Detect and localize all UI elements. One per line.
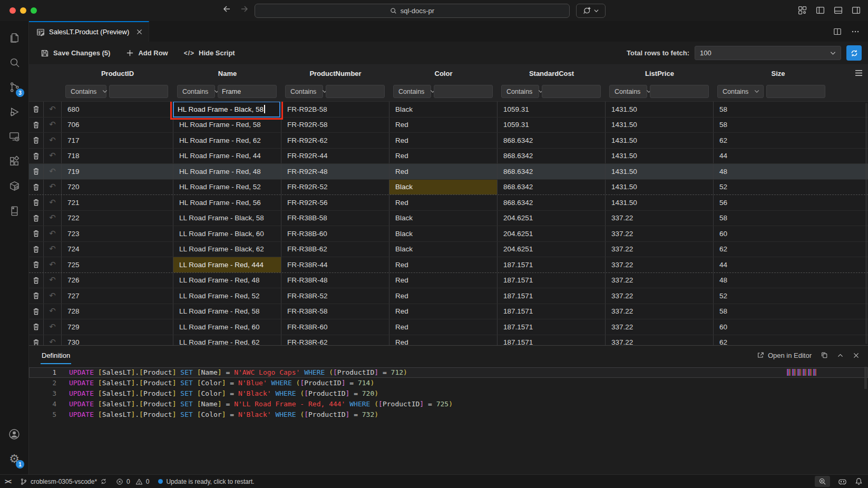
cell-id[interactable]: 727: [62, 288, 173, 304]
cell-price[interactable]: 337.22: [606, 257, 714, 272]
sql-code-editor[interactable]: 1UPDATE [SalesLT].[Product] SET [Name] =…: [29, 365, 868, 474]
explorer-icon[interactable]: [2, 25, 27, 50]
column-header-color[interactable]: Color: [389, 70, 498, 77]
command-center-search[interactable]: sql-docs-pr: [255, 4, 570, 18]
cell-id[interactable]: 720: [62, 180, 173, 195]
cell-price[interactable]: 337.22: [606, 335, 714, 346]
revert-row-button[interactable]: ↶: [44, 257, 62, 272]
cell-size[interactable]: 60: [714, 226, 868, 241]
cell-cost[interactable]: 868.6342: [498, 149, 606, 164]
revert-row-button[interactable]: ↶: [44, 133, 62, 148]
cell-id[interactable]: 719: [62, 164, 173, 179]
delete-row-button[interactable]: [29, 257, 44, 272]
cell-name[interactable]: LL Road Frame - Black, 62: [173, 242, 281, 257]
cell-name[interactable]: LL Road Frame - Black, 58: [173, 211, 281, 226]
split-editor-icon[interactable]: [833, 27, 842, 36]
delete-row-button[interactable]: [29, 149, 44, 164]
close-panel-icon[interactable]: [853, 352, 860, 359]
cell-id[interactable]: 725: [62, 257, 173, 272]
cell-name[interactable]: LL Road Frame - Red, 52: [173, 288, 281, 304]
open-in-editor-button[interactable]: Open in Editor: [757, 352, 812, 359]
copy-icon[interactable]: [821, 352, 828, 359]
cell-size[interactable]: 48: [714, 273, 868, 288]
cell-cost[interactable]: 204.6251: [498, 242, 606, 257]
cell-price[interactable]: 337.22: [606, 211, 714, 226]
cell-color[interactable]: Red: [389, 319, 498, 335]
source-control-icon[interactable]: 3: [2, 75, 27, 100]
delete-row-button[interactable]: [29, 195, 44, 210]
cell-price[interactable]: 1431.50: [606, 149, 714, 164]
cell-price[interactable]: 1431.50: [606, 180, 714, 195]
grid-scrollbar[interactable]: [865, 103, 867, 344]
revert-row-button[interactable]: ↶: [44, 273, 62, 288]
remote-explorer-icon[interactable]: [2, 124, 27, 149]
cell-number[interactable]: FR-R92R-48: [281, 164, 389, 179]
column-header-price[interactable]: ListPrice: [606, 70, 714, 77]
cell-name[interactable]: HL Road Frame - Red, 48: [173, 164, 281, 179]
revert-row-button[interactable]: ↶: [44, 304, 62, 319]
cell-name[interactable]: HL Road Frame - Red, 56: [173, 195, 281, 210]
copilot-chat-button[interactable]: [576, 4, 606, 18]
delete-row-button[interactable]: [29, 180, 44, 195]
cell-color[interactable]: Black: [389, 242, 498, 257]
cell-size[interactable]: 58: [714, 211, 868, 226]
cell-editor-input[interactable]: HL Road Frame - Black, 58: [173, 102, 280, 118]
cell-cost[interactable]: 868.6342: [498, 164, 606, 179]
copilot-status-icon[interactable]: [838, 477, 847, 485]
cell-color[interactable]: Red: [389, 273, 498, 288]
delete-row-button[interactable]: [29, 273, 44, 288]
filter-input-number[interactable]: [326, 85, 385, 98]
cell-number[interactable]: FR-R38R-60: [281, 319, 389, 335]
cell-color[interactable]: Black: [389, 102, 498, 117]
cell-number[interactable]: FR-R38B-62: [281, 242, 389, 257]
cell-size[interactable]: 44: [714, 149, 868, 164]
cell-name[interactable]: HL Road Frame - Red, 52: [173, 180, 281, 195]
revert-row-button[interactable]: ↶: [44, 211, 62, 226]
cell-size[interactable]: 48: [714, 164, 868, 179]
cell-size[interactable]: 58: [714, 118, 868, 133]
cell-price[interactable]: 337.22: [606, 288, 714, 304]
notifications-bell-icon[interactable]: [855, 477, 863, 485]
filter-input-name[interactable]: [218, 85, 277, 98]
cell-name[interactable]: LL Road Frame - Red, 62: [173, 335, 281, 346]
column-header-name[interactable]: Name: [173, 70, 281, 77]
cell-cost[interactable]: 187.1571: [498, 273, 606, 288]
filter-input-size[interactable]: [766, 85, 825, 98]
cell-cost[interactable]: 204.6251: [498, 226, 606, 241]
filter-operator-select-cost[interactable]: Contains: [501, 85, 539, 98]
cell-number[interactable]: FR-R38B-58: [281, 211, 389, 226]
cell-cost[interactable]: 1059.31: [498, 118, 606, 133]
update-status-item[interactable]: Update is ready, click to restart.: [158, 478, 254, 485]
more-actions-icon[interactable]: [851, 27, 860, 36]
cell-price[interactable]: 1431.50: [606, 195, 714, 210]
revert-row-button[interactable]: ↶: [44, 102, 62, 117]
cell-id[interactable]: 726: [62, 273, 173, 288]
cell-color[interactable]: Red: [389, 335, 498, 346]
cell-cost[interactable]: 187.1571: [498, 304, 606, 319]
cell-cost[interactable]: 868.6342: [498, 133, 606, 148]
settings-gear-icon[interactable]: ⚙ 1: [2, 446, 27, 471]
revert-row-button[interactable]: ↶: [44, 118, 62, 133]
filter-operator-select-number[interactable]: Contains: [285, 85, 323, 98]
cell-cost[interactable]: 1059.31: [498, 102, 606, 117]
problems-status-item[interactable]: 0 0: [116, 478, 149, 485]
delete-row-button[interactable]: [29, 335, 44, 346]
cell-id[interactable]: 730: [62, 335, 173, 346]
cell-color[interactable]: Black: [389, 211, 498, 226]
cell-size[interactable]: 52: [714, 288, 868, 304]
cell-number[interactable]: FR-R38R-44: [281, 257, 389, 272]
cell-color[interactable]: Black: [389, 226, 498, 241]
editor-scrollbar[interactable]: [864, 367, 867, 389]
delete-row-button[interactable]: [29, 226, 44, 241]
cell-id[interactable]: 728: [62, 304, 173, 319]
cell-id[interactable]: 721: [62, 195, 173, 210]
cell-number[interactable]: FR-R92R-62: [281, 133, 389, 148]
cell-cost[interactable]: 868.6342: [498, 195, 606, 210]
revert-row-button[interactable]: ↶: [44, 149, 62, 164]
remote-indicator[interactable]: ><: [5, 478, 11, 485]
toggle-primary-sidebar-icon[interactable]: [816, 6, 825, 15]
add-row-button[interactable]: Add Row: [126, 49, 168, 57]
cell-id[interactable]: 729: [62, 319, 173, 335]
cell-id[interactable]: 717: [62, 133, 173, 148]
filter-operator-select-size[interactable]: Contains: [717, 85, 764, 98]
